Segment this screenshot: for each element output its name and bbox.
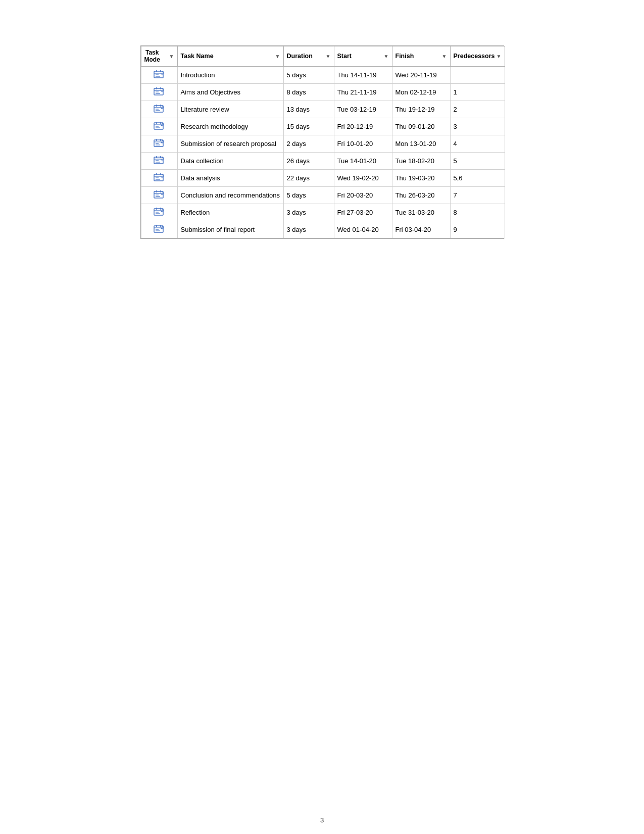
task-start-cell: Wed 01-04-20: [334, 221, 392, 238]
page-footer: 3: [0, 801, 644, 834]
task-start-cell: Wed 19-02-20: [334, 169, 392, 186]
sort-arrow-mode: ▼: [169, 54, 174, 59]
task-finish-cell: Wed 20-11-19: [392, 66, 450, 83]
task-name-cell: Aims and Objectives: [177, 83, 283, 101]
task-finish-cell: Tue 31-03-20: [392, 204, 450, 221]
table-row: Research methodology15 daysFri 20-12-19T…: [141, 118, 505, 135]
task-start-cell: Thu 14-11-19: [334, 66, 392, 83]
task-predecessors-cell: 1: [450, 83, 505, 101]
task-duration-cell: 22 days: [283, 169, 334, 186]
task-predecessors-cell: 8: [450, 204, 505, 221]
task-name-cell: Literature review: [177, 101, 283, 118]
col-header-mode[interactable]: Task Mode ▼: [141, 46, 177, 67]
task-name-cell: Conclusion and recommendations: [177, 186, 283, 204]
task-mode-cell: [141, 66, 177, 83]
task-name-cell: Submission of research proposal: [177, 135, 283, 152]
task-mode-icon: [154, 104, 165, 113]
task-mode-cell: [141, 169, 177, 186]
task-duration-cell: 26 days: [283, 152, 334, 169]
task-mode-cell: [141, 83, 177, 101]
task-finish-cell: Thu 19-03-20: [392, 169, 450, 186]
task-name-cell: Research methodology: [177, 118, 283, 135]
task-mode-icon: [154, 70, 165, 79]
task-start-cell: Tue 03-12-19: [334, 101, 392, 118]
task-mode-cell: [141, 135, 177, 152]
col-header-start[interactable]: Start ▼: [334, 46, 392, 67]
task-mode-cell: [141, 118, 177, 135]
page-number: 3: [320, 816, 324, 824]
sort-arrow-name: ▼: [275, 54, 280, 59]
task-duration-cell: 3 days: [283, 221, 334, 238]
task-finish-cell: Fri 03-04-20: [392, 221, 450, 238]
table-row: Reflection3 daysFri 27-03-20Tue 31-03-20…: [141, 204, 505, 221]
task-mode-icon: [154, 87, 165, 96]
sort-arrow-duration: ▼: [326, 54, 331, 59]
col-header-name[interactable]: Task Name ▼: [177, 46, 283, 67]
task-finish-cell: Thu 09-01-20: [392, 118, 450, 135]
task-finish-cell: Thu 19-12-19: [392, 101, 450, 118]
table-row: Aims and Objectives8 daysThu 21-11-19Mon…: [141, 83, 505, 101]
task-predecessors-cell: 3: [450, 118, 505, 135]
table-row: Introduction5 daysThu 14-11-19Wed 20-11-…: [141, 66, 505, 83]
task-finish-cell: Mon 02-12-19: [392, 83, 450, 101]
task-start-cell: Fri 10-01-20: [334, 135, 392, 152]
task-start-cell: Tue 14-01-20: [334, 152, 392, 169]
task-table-wrapper: Task Mode ▼ Task Name ▼ Duration ▼: [140, 45, 504, 239]
task-duration-cell: 3 days: [283, 204, 334, 221]
task-finish-cell: Thu 26-03-20: [392, 186, 450, 204]
task-mode-cell: [141, 101, 177, 118]
task-predecessors-cell: 4: [450, 135, 505, 152]
task-predecessors-cell: 5: [450, 152, 505, 169]
task-mode-icon: [154, 224, 165, 233]
task-duration-cell: 5 days: [283, 186, 334, 204]
table-row: Data collection26 daysTue 14-01-20Tue 18…: [141, 152, 505, 169]
task-mode-icon: [154, 138, 165, 148]
col-header-predecessors[interactable]: Predecessors ▼: [450, 46, 505, 67]
task-duration-cell: 2 days: [283, 135, 334, 152]
task-name-cell: Submission of final report: [177, 221, 283, 238]
table-row: Data analysis22 daysWed 19-02-20Thu 19-0…: [141, 169, 505, 186]
task-name-cell: Data analysis: [177, 169, 283, 186]
table-row: Literature review13 daysTue 03-12-19Thu …: [141, 101, 505, 118]
task-predecessors-cell: 2: [450, 101, 505, 118]
task-predecessors-cell: 7: [450, 186, 505, 204]
task-name-cell: Introduction: [177, 66, 283, 83]
task-predecessors-cell: 5,6: [450, 169, 505, 186]
task-mode-icon: [154, 156, 165, 165]
task-duration-cell: 13 days: [283, 101, 334, 118]
col-header-finish[interactable]: Finish ▼: [392, 46, 450, 67]
task-name-cell: Data collection: [177, 152, 283, 169]
task-finish-cell: Tue 18-02-20: [392, 152, 450, 169]
task-mode-cell: [141, 152, 177, 169]
sort-arrow-start: ▼: [384, 54, 389, 59]
task-mode-icon: [154, 173, 165, 182]
table-row: Submission of research proposal2 daysFri…: [141, 135, 505, 152]
task-duration-cell: 15 days: [283, 118, 334, 135]
task-start-cell: Fri 20-12-19: [334, 118, 392, 135]
task-finish-cell: Mon 13-01-20: [392, 135, 450, 152]
task-mode-icon: [154, 190, 165, 199]
task-mode-cell: [141, 204, 177, 221]
task-predecessors-cell: [450, 66, 505, 83]
task-mode-icon: [154, 207, 165, 216]
task-predecessors-cell: 9: [450, 221, 505, 238]
col-header-duration[interactable]: Duration ▼: [283, 46, 334, 67]
task-start-cell: Fri 27-03-20: [334, 204, 392, 221]
task-mode-cell: [141, 186, 177, 204]
task-table: Task Mode ▼ Task Name ▼ Duration ▼: [141, 46, 505, 238]
table-header-row: Task Mode ▼ Task Name ▼ Duration ▼: [141, 46, 505, 67]
table-row: Submission of final report3 daysWed 01-0…: [141, 221, 505, 238]
table-row: Conclusion and recommendations5 daysFri …: [141, 186, 505, 204]
task-name-cell: Reflection: [177, 204, 283, 221]
sort-arrow-finish: ▼: [442, 54, 447, 59]
task-duration-cell: 8 days: [283, 83, 334, 101]
sort-arrow-predecessors: ▼: [497, 54, 502, 59]
task-mode-cell: [141, 221, 177, 238]
page-container: Task Mode ▼ Task Name ▼ Duration ▼: [0, 0, 644, 834]
task-start-cell: Thu 21-11-19: [334, 83, 392, 101]
task-start-cell: Fri 20-03-20: [334, 186, 392, 204]
task-mode-icon: [154, 121, 165, 130]
task-duration-cell: 5 days: [283, 66, 334, 83]
